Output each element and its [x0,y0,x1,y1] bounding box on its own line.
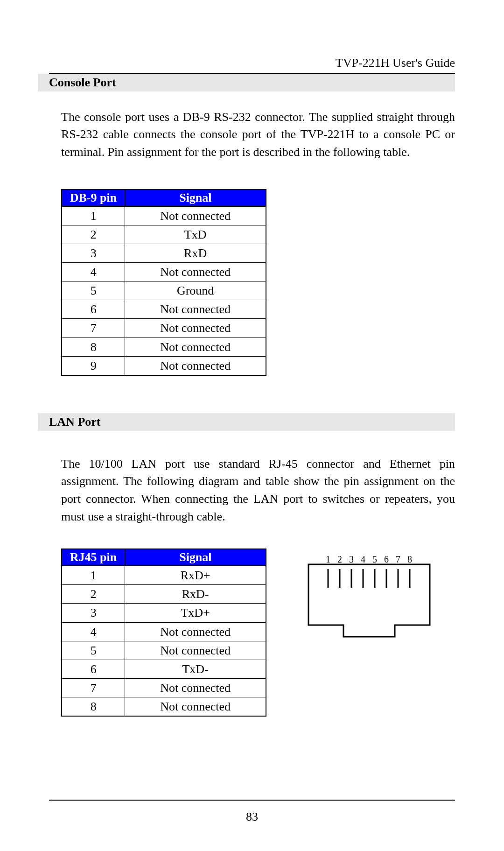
table-row: 8Not connected [62,697,266,716]
table-header-row: RJ45 pin Signal [62,549,266,566]
console-body-text: The console port uses a DB-9 RS-232 conn… [61,108,455,161]
db9-signal: Not connected [125,300,266,319]
rj45-pin-label: 1 [326,555,330,564]
db9-pin: 3 [62,244,125,263]
table-row: 5Ground [62,281,266,300]
db9-pin-table: DB-9 pin Signal 1Not connected 2TxD 3RxD… [61,189,266,376]
page-header-title: TVP-221H User's Guide [49,56,455,70]
rj45-pin: 2 [62,585,125,604]
db9-signal: Not connected [125,319,266,338]
rj45-pin-label: 6 [384,555,389,564]
lan-row: RJ45 pin Signal 1RxD+ 2RxD- 3TxD+ 4Not c… [49,549,455,717]
rj45-pin: 4 [62,622,125,641]
rj45-pin-label: 8 [407,555,412,564]
rj45-pin-label: 2 [337,555,342,564]
rj45-pin: 1 [62,566,125,585]
rj45-signal: TxD- [125,660,266,678]
rj45-pin: 5 [62,641,125,660]
table-row: 3TxD+ [62,604,266,622]
footer-rule [49,800,455,801]
db9-pin: 5 [62,281,125,300]
rj45-pin: 7 [62,678,125,697]
table-row: 1Not connected [62,206,266,225]
rj45-pin-table: RJ45 pin Signal 1RxD+ 2RxD- 3TxD+ 4Not c… [61,549,266,717]
db9-signal: Not connected [125,206,266,225]
db9-signal: TxD [125,225,266,244]
db9-signal: Not connected [125,263,266,281]
page-number: 83 [0,810,504,824]
db9-pin: 1 [62,206,125,225]
db9-col-signal-header: Signal [125,190,266,206]
db9-col-pin-header: DB-9 pin [62,190,125,206]
db9-pin: 2 [62,225,125,244]
table-row: 4Not connected [62,263,266,281]
document-page: TVP-221H User's Guide Console Port The c… [0,0,504,851]
table-row: 3RxD [62,244,266,263]
rj45-signal: Not connected [125,641,266,660]
table-row: 1RxD+ [62,566,266,585]
lan-body-text: The 10/100 LAN port use standard RJ-45 c… [61,455,455,526]
db9-signal: Not connected [125,338,266,356]
rj45-pin: 6 [62,660,125,678]
rj45-signal: Not connected [125,678,266,697]
table-row: 2TxD [62,225,266,244]
rj45-col-signal-header: Signal [125,549,266,566]
rj45-signal: Not connected [125,622,266,641]
table-row: 2RxD- [62,585,266,604]
rj45-signal: Not connected [125,697,266,716]
db9-pin: 7 [62,319,125,338]
table-row: 7Not connected [62,319,266,338]
db9-pin: 8 [62,338,125,356]
db9-pin: 4 [62,263,125,281]
rj45-signal: RxD- [125,585,266,604]
rj45-pin-label: 4 [361,555,365,564]
table-header-row: DB-9 pin Signal [62,190,266,206]
rj45-pin-label: 5 [372,555,377,564]
rj45-pin-label: 3 [349,555,354,564]
db9-signal: RxD [125,244,266,263]
table-row: 9Not connected [62,356,266,375]
section-heading-console: Console Port [38,74,455,91]
rj45-signal: TxD+ [125,604,266,622]
rj45-pin: 3 [62,604,125,622]
db9-signal: Ground [125,281,266,300]
db9-pin: 6 [62,300,125,319]
rj45-pin: 8 [62,697,125,716]
table-row: 7Not connected [62,678,266,697]
table-row: 4Not connected [62,622,266,641]
table-row: 6Not connected [62,300,266,319]
section-heading-lan: LAN Port [38,413,455,431]
db9-pin: 9 [62,356,125,375]
rj45-pin-label: 7 [396,555,400,564]
db9-signal: Not connected [125,356,266,375]
rj45-connector-diagram: 1 2 3 4 5 6 7 8 [299,555,439,646]
table-row: 6TxD- [62,660,266,678]
rj45-col-pin-header: RJ45 pin [62,549,125,566]
table-row: 8Not connected [62,338,266,356]
rj45-signal: RxD+ [125,566,266,585]
table-row: 5Not connected [62,641,266,660]
